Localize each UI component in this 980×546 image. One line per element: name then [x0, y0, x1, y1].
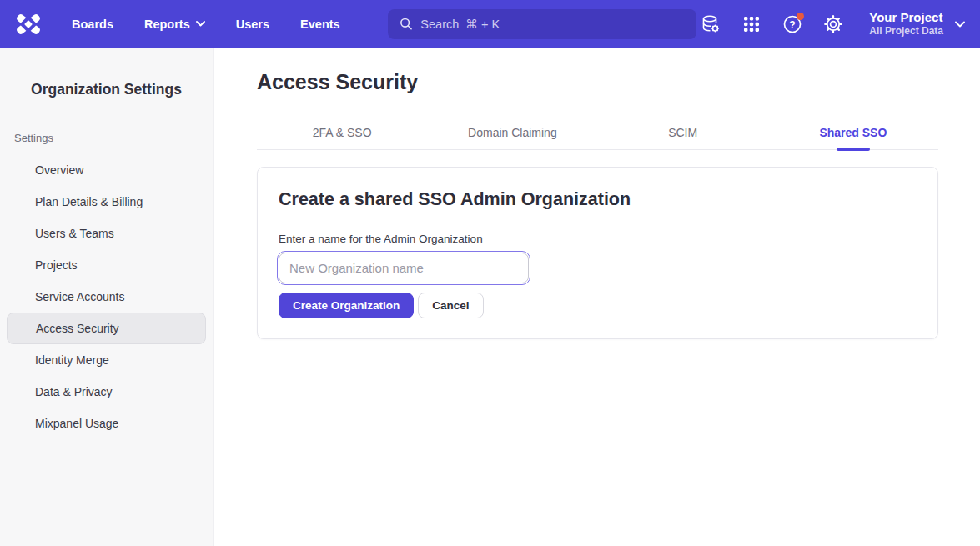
create-organization-button[interactable]: Create Organization: [279, 293, 414, 318]
sidebar-item-users-teams[interactable]: Users & Teams: [7, 218, 206, 249]
nav-item-reports[interactable]: Reports: [144, 18, 205, 31]
nav-item-label: Reports: [144, 18, 190, 31]
mixpanel-logo[interactable]: [15, 11, 42, 38]
project-data-scope: All Project Data: [869, 25, 943, 38]
tab-label: Domain Claiming: [468, 126, 557, 139]
sidebar-item-plan-details-billing[interactable]: Plan Details & Billing: [7, 186, 206, 218]
access-security-tabs: 2FA & SSO Domain Claiming SCIM Shared SS…: [257, 123, 938, 150]
search-input[interactable]: [420, 18, 684, 31]
sidebar-item-data-privacy[interactable]: Data & Privacy: [7, 376, 206, 408]
sidebar-title: Organization Settings: [0, 81, 213, 98]
project-name: Your Project: [869, 10, 943, 25]
nav-item-label: Boards: [72, 18, 113, 31]
cancel-button[interactable]: Cancel: [418, 293, 483, 318]
active-tab-underline: [837, 148, 870, 151]
nav-item-users[interactable]: Users: [236, 18, 269, 31]
notification-dot: [797, 13, 804, 20]
chevron-down-icon: [955, 21, 965, 28]
sidebar-item-overview[interactable]: Overview: [7, 154, 206, 186]
nav-item-boards[interactable]: Boards: [72, 18, 113, 31]
tab-label: 2FA & SSO: [313, 126, 372, 139]
nav-item-label: Users: [236, 18, 269, 31]
tab-domain-claiming[interactable]: Domain Claiming: [427, 123, 597, 149]
primary-nav: Boards Reports Users Events: [72, 18, 340, 31]
nav-item-label: Events: [300, 18, 340, 31]
settings-gear-icon[interactable]: [822, 13, 845, 36]
navbar-right-cluster: ? Your Project All Project Data: [699, 10, 965, 38]
search-icon: [400, 17, 413, 31]
sidebar-item-identity-merge[interactable]: Identity Merge: [7, 344, 206, 376]
help-icon[interactable]: ?: [781, 13, 804, 36]
org-name-field-label: Enter a name for the Admin Organization: [279, 233, 917, 245]
tab-2fa-sso[interactable]: 2FA & SSO: [257, 123, 427, 149]
sidebar-item-access-security[interactable]: Access Security: [7, 313, 206, 344]
nav-item-events[interactable]: Events: [300, 18, 340, 31]
sidebar-item-projects[interactable]: Projects: [7, 249, 206, 281]
sidebar-section-label: Settings: [0, 132, 213, 144]
tab-scim[interactable]: SCIM: [598, 123, 768, 149]
global-search[interactable]: [388, 9, 696, 39]
settings-sidebar: Organization Settings Settings Overview …: [0, 48, 214, 546]
organization-name-input[interactable]: [279, 253, 529, 283]
svg-text:?: ?: [790, 18, 796, 30]
page-title: Access Security: [257, 70, 980, 94]
top-navbar: Boards Reports Users Events: [0, 0, 980, 48]
tab-label: SCIM: [668, 126, 697, 139]
sidebar-item-mixpanel-usage[interactable]: Mixpanel Usage: [7, 408, 206, 439]
create-sso-admin-org-card: Create a shared SSO Admin Organization E…: [257, 167, 938, 339]
sidebar-item-service-accounts[interactable]: Service Accounts: [7, 281, 206, 313]
tab-shared-sso[interactable]: Shared SSO: [768, 123, 938, 149]
chevron-down-icon: [196, 21, 205, 27]
card-heading: Create a shared SSO Admin Organization: [279, 189, 917, 210]
main-content: Access Security 2FA & SSO Domain Claimin…: [214, 48, 980, 546]
apps-grid-icon[interactable]: [740, 13, 763, 36]
project-selector[interactable]: Your Project All Project Data: [869, 10, 965, 38]
tab-label: Shared SSO: [819, 126, 887, 139]
data-management-icon[interactable]: [699, 13, 722, 36]
